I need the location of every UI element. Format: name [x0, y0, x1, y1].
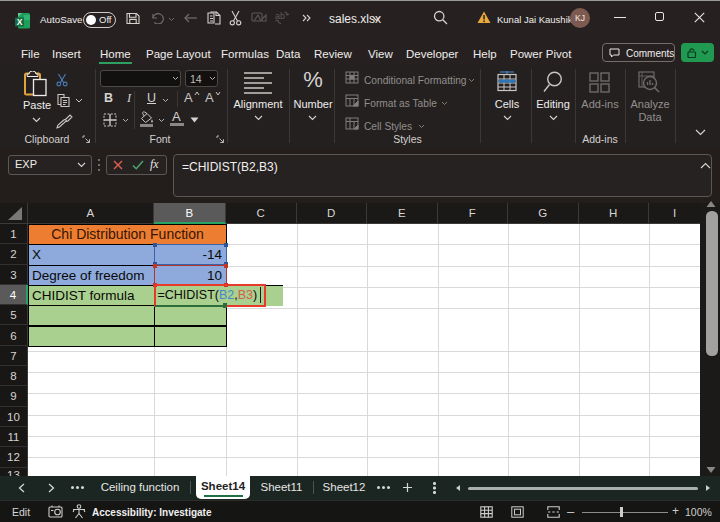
- svg-text:ab: ab: [275, 11, 285, 21]
- svg-text:X: X: [17, 17, 23, 27]
